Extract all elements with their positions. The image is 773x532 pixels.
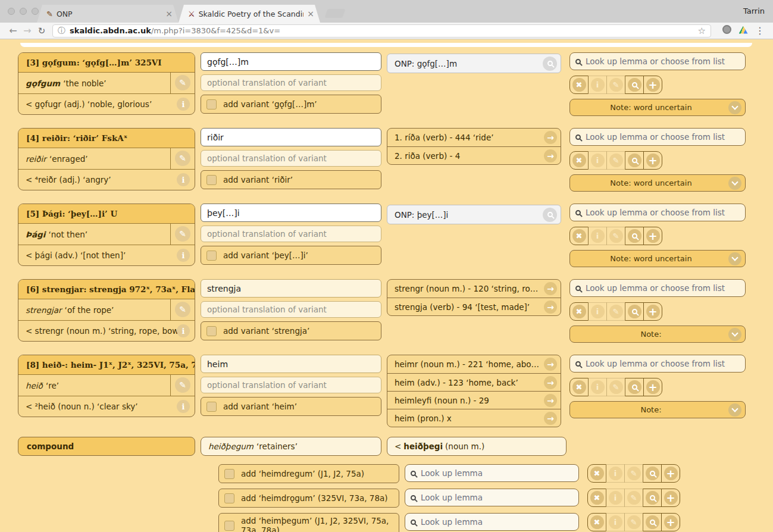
lemma-search-input[interactable] (586, 283, 740, 293)
add-variant-checkbox[interactable] (206, 326, 217, 336)
compound-current[interactable]: heiðþegum ‘retainers’ (201, 437, 381, 456)
lemma-search-input[interactable] (586, 359, 740, 368)
lemma-search-button[interactable] (625, 151, 644, 170)
compound-lemma-input[interactable] (421, 468, 573, 478)
add-variant-box[interactable]: add variant ‘strengja’ (201, 321, 381, 340)
add-variant-checkbox[interactable] (206, 402, 217, 412)
add-variant-box[interactable]: add variant ‘þey[…]i’ (201, 246, 381, 265)
edit-pencil-icon[interactable]: ✎ (175, 302, 190, 317)
tab-skaldic[interactable]: ⚔ Skaldic Poetry of the Scandina × (179, 5, 320, 23)
forward-icon[interactable]: → (20, 25, 35, 36)
clear-lemma-button[interactable]: ✖ (569, 378, 589, 396)
info-icon[interactable]: i (177, 249, 190, 262)
lemma-search-button[interactable] (643, 464, 662, 483)
browser-menu-icon[interactable]: ⋮ (753, 25, 767, 36)
lemma-search-button[interactable] (625, 76, 644, 94)
onp-search-icon[interactable] (543, 208, 557, 222)
apply-arrow-icon[interactable]: → (544, 358, 557, 371)
info-icon[interactable]: i (177, 324, 190, 337)
variant-translation-input[interactable] (201, 226, 381, 242)
add-compound-box[interactable]: add ‘heimdrǫgum’ (325VI, 73a, 78a) (218, 489, 399, 508)
apply-arrow-icon[interactable]: → (544, 282, 557, 295)
note-toggle[interactable]: Note: word uncertain (569, 174, 746, 192)
clear-lemma-button[interactable]: ✖ (569, 227, 589, 245)
apply-arrow-icon[interactable]: → (544, 376, 557, 389)
lemma-suggestion[interactable]: heim (adv.) - 123 ‘home, back’ → (387, 373, 561, 391)
add-variant-checkbox[interactable] (206, 99, 217, 109)
lemma-search-button[interactable] (625, 378, 644, 396)
add-variant-box[interactable]: add variant ‘heim’ (201, 397, 381, 416)
onp-lookup[interactable]: ONP: gǫfg[…]m (387, 54, 561, 73)
lemma-search[interactable] (569, 279, 746, 297)
tab-onp[interactable]: ✎ ONP × (37, 5, 179, 23)
chevron-down-icon[interactable] (728, 177, 741, 190)
add-lemma-button[interactable]: + (661, 464, 680, 483)
clear-lemma-button[interactable]: ✖ (569, 76, 589, 94)
compound-lemma-input[interactable] (421, 493, 573, 502)
add-compound-box[interactable]: add ‘heimþegum’ (J1, J2, 325VI, 75a, 73a… (218, 513, 399, 532)
compound-lemma-search[interactable] (405, 489, 579, 506)
lemma-search-button[interactable] (625, 227, 644, 245)
add-lemma-button[interactable]: + (661, 489, 680, 507)
apply-arrow-icon[interactable]: → (544, 394, 557, 407)
compound-lemma-input[interactable] (421, 517, 573, 527)
add-lemma-button[interactable]: + (643, 76, 662, 94)
clear-lemma-button[interactable]: ✖ (569, 151, 589, 170)
window-controls[interactable] (8, 8, 39, 15)
google-drive-icon[interactable] (736, 26, 750, 36)
onp-lookup[interactable]: ONP: þey[…]i (387, 205, 561, 224)
add-variant-box[interactable]: add variant ‘gǫfg[…]m’ (201, 95, 381, 114)
chevron-down-icon[interactable] (728, 101, 741, 114)
lemma-suggestion[interactable]: heimr (noun m.) - 221 ‘home, abode;… → (387, 355, 561, 373)
apply-arrow-icon[interactable]: → (544, 412, 557, 425)
onp-search-icon[interactable] (543, 57, 557, 71)
clear-lemma-button[interactable]: ✖ (587, 489, 606, 507)
lemma-suggestion[interactable]: 1. ríða (verb) - 444 ‘ride’ → (387, 129, 561, 146)
extension-reel-icon[interactable] (719, 25, 734, 36)
info-icon[interactable]: i (177, 173, 190, 186)
add-compound-checkbox[interactable] (224, 521, 234, 531)
variant-input[interactable] (201, 128, 381, 146)
window-close-button[interactable] (8, 8, 15, 15)
variant-translation-input[interactable] (201, 377, 381, 393)
lemma-suggestion[interactable]: strengja (verb) - 94 ‘[test, made]’ → (387, 298, 561, 315)
variant-input[interactable] (201, 355, 381, 373)
lemma-search-button[interactable] (643, 513, 662, 531)
chevron-down-icon[interactable] (728, 403, 741, 417)
variant-translation-input[interactable] (201, 74, 381, 91)
browser-profile-name[interactable]: Tarrin (743, 7, 765, 15)
compound-lemma-search[interactable] (405, 513, 579, 531)
apply-arrow-icon[interactable]: → (544, 301, 557, 314)
window-minimize-button[interactable] (20, 8, 27, 15)
lemma-search[interactable] (569, 355, 746, 373)
add-lemma-button[interactable]: + (661, 513, 680, 531)
variant-input[interactable] (201, 52, 381, 71)
window-zoom-button[interactable] (32, 8, 39, 15)
compound-lemma-search[interactable] (405, 464, 579, 482)
lemma-search[interactable] (569, 52, 746, 70)
clear-lemma-button[interactable]: ✖ (587, 464, 606, 483)
page-info-icon[interactable]: ⓘ (58, 26, 65, 36)
lemma-search-input[interactable] (586, 132, 740, 142)
variant-translation-input[interactable] (201, 150, 381, 167)
chevron-down-icon[interactable] (728, 328, 741, 341)
chevron-down-icon[interactable] (728, 252, 741, 265)
apply-arrow-icon[interactable]: → (544, 131, 557, 144)
add-compound-checkbox[interactable] (224, 469, 234, 479)
info-icon[interactable]: i (177, 400, 190, 413)
add-compound-checkbox[interactable] (224, 493, 234, 503)
bookmark-star-icon[interactable]: ☆ (698, 26, 706, 36)
add-lemma-button[interactable]: + (643, 302, 662, 321)
variant-translation-input[interactable] (201, 301, 381, 318)
add-variant-checkbox[interactable] (206, 251, 217, 261)
lemma-suggestion[interactable]: 2. riða (verb) - 4 → (387, 146, 561, 164)
lemma-search-input[interactable] (586, 57, 740, 66)
add-lemma-button[interactable]: + (643, 378, 662, 396)
add-lemma-button[interactable]: + (643, 151, 662, 170)
add-lemma-button[interactable]: + (643, 227, 662, 245)
note-toggle[interactable]: Note: word uncertain (569, 99, 746, 116)
apply-arrow-icon[interactable]: → (544, 149, 557, 162)
edit-pencil-icon[interactable]: ✎ (175, 151, 190, 166)
lemma-suggestion[interactable]: heim (pron.) x → (387, 409, 561, 427)
add-variant-checkbox[interactable] (206, 175, 217, 185)
